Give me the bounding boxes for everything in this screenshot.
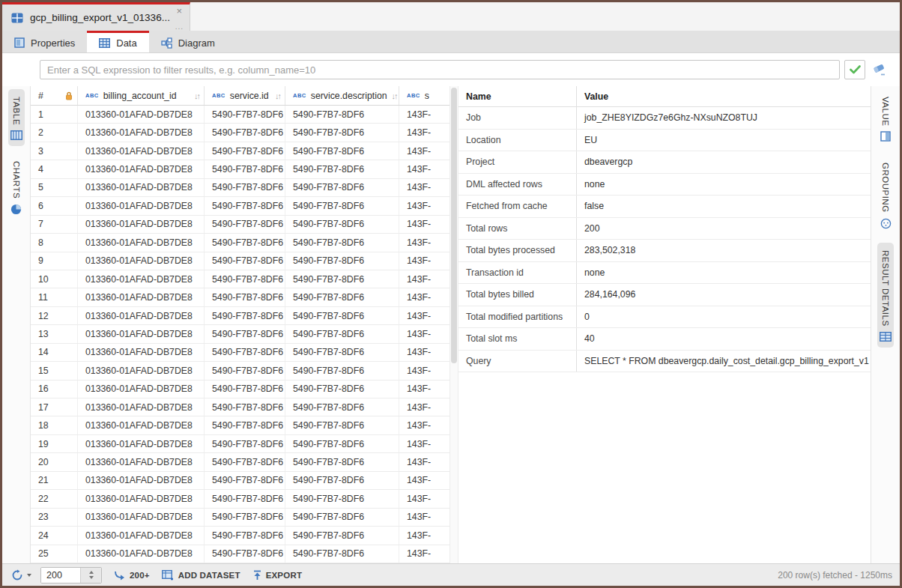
grid-cell[interactable]: 5490-F7B7-8DF6 [285,344,399,361]
grid-cell[interactable]: 5490-F7B7-8DF6 [205,325,285,342]
grid-cell[interactable]: 143F- [399,527,450,544]
tab-properties[interactable]: Properties [2,31,87,52]
grid-cell[interactable]: 143F- [399,106,450,123]
grid-cell[interactable]: 013360-01AFAD-DB7DE8 [78,216,205,233]
table-row[interactable]: 9013360-01AFAD-DB7DE85490-F7B7-8DF65490-… [31,252,450,270]
details-row[interactable]: Transaction idnone [458,262,871,285]
grid-cell[interactable]: 5490-F7B7-8DF6 [205,509,285,526]
grid-cell[interactable]: 8 [31,234,78,251]
grid-cell[interactable]: 013360-01AFAD-DB7DE8 [78,325,205,342]
grid-cell[interactable]: 22 [31,490,78,507]
grid-cell[interactable]: 5490-F7B7-8DF6 [285,509,399,526]
grid-cell[interactable]: 013360-01AFAD-DB7DE8 [78,160,205,178]
details-value-header[interactable]: Value [577,86,871,106]
export-button[interactable]: EXPORT [252,570,303,581]
grid-cell[interactable]: 5490-F7B7-8DF6 [285,216,399,233]
grid-cell[interactable]: 18 [31,416,78,434]
grid-cell[interactable]: 5490-F7B7-8DF6 [205,106,285,123]
grid-cell[interactable]: 5490-F7B7-8DF6 [205,160,285,178]
table-row[interactable]: 19013360-01AFAD-DB7DE85490-F7B7-8DF65490… [31,435,450,453]
grid-cell[interactable]: 013360-01AFAD-DB7DE8 [78,344,205,361]
column-header-service-id[interactable]: ABC service.id ↓↑ [205,86,285,105]
grid-cell[interactable]: 5490-F7B7-8DF6 [285,362,399,379]
stepper-down-icon[interactable] [89,576,94,579]
grid-cell[interactable]: 9 [31,252,78,270]
grid-cell[interactable]: 5490-F7B7-8DF6 [205,252,285,270]
grid-cell[interactable]: 5490-F7B7-8DF6 [205,453,285,470]
table-row[interactable]: 6013360-01AFAD-DB7DE85490-F7B7-8DF65490-… [31,197,450,215]
grid-cell[interactable]: 5490-F7B7-8DF6 [285,416,399,434]
grid-cell[interactable]: 5490-F7B7-8DF6 [285,490,399,507]
grid-cell[interactable]: 143F- [399,362,450,379]
table-row[interactable]: 10013360-01AFAD-DB7DE85490-F7B7-8DF65490… [31,270,450,288]
grid-cell[interactable]: 143F- [399,344,450,361]
table-row[interactable]: 5013360-01AFAD-DB7DE85490-F7B7-8DF65490-… [31,179,450,197]
table-row[interactable]: 8013360-01AFAD-DB7DE85490-F7B7-8DF65490-… [31,234,450,252]
grid-cell[interactable]: 5490-F7B7-8DF6 [205,270,285,288]
grid-cell[interactable]: 013360-01AFAD-DB7DE8 [78,490,205,507]
grid-cell[interactable]: 013360-01AFAD-DB7DE8 [78,472,205,489]
table-row[interactable]: 22013360-01AFAD-DB7DE85490-F7B7-8DF65490… [31,490,450,508]
sort-icon[interactable]: ↓↑ [194,91,199,100]
grid-cell[interactable]: 013360-01AFAD-DB7DE8 [78,509,205,526]
grid-cell[interactable]: 143F- [399,142,450,160]
grid-cell[interactable]: 013360-01AFAD-DB7DE8 [78,545,205,563]
sort-icon[interactable]: ↓↑ [392,91,397,100]
grid-cell[interactable]: 143F- [399,398,450,416]
clear-filter-button[interactable] [870,60,889,79]
details-row-value[interactable]: dbeavergcp [577,151,871,173]
scrollbar-thumb[interactable] [451,88,457,363]
grid-cell[interactable]: 15 [31,362,78,379]
grid-cell[interactable]: 5490-F7B7-8DF6 [285,545,399,563]
grid-cell[interactable]: 5490-F7B7-8DF6 [205,416,285,434]
table-row[interactable]: 2013360-01AFAD-DB7DE85490-F7B7-8DF65490-… [31,124,450,142]
grid-cell[interactable]: 143F- [399,160,450,178]
grid-cell[interactable]: 013360-01AFAD-DB7DE8 [78,398,205,416]
grid-cell[interactable]: 5490-F7B7-8DF6 [205,381,285,398]
table-row[interactable]: 20013360-01AFAD-DB7DE85490-F7B7-8DF65490… [31,453,450,471]
details-row[interactable]: Jobjob_ZHE8YIZDGz7e6Ghz-NXsuNZO8TUJ [458,107,871,130]
grid-cell[interactable]: 143F- [399,288,450,306]
grid-cell[interactable]: 12 [31,307,78,324]
details-row[interactable]: QuerySELECT * FROM dbeavergcp.daily_cost… [458,351,871,373]
row-number-header[interactable]: # [31,86,78,105]
grid-cell[interactable]: 5490-F7B7-8DF6 [205,545,285,563]
stepper-up-icon[interactable] [89,571,94,574]
grid-cell[interactable]: 5490-F7B7-8DF6 [205,307,285,324]
grid-cell[interactable]: 5490-F7B7-8DF6 [285,288,399,306]
grid-cell[interactable]: 5490-F7B7-8DF6 [285,252,399,270]
stepper-buttons[interactable] [80,568,101,583]
add-dataset-button[interactable]: ADD DATASET [162,570,240,581]
details-row[interactable]: Total bytes processed283,502,318 [458,240,871,262]
grid-cell[interactable]: 5490-F7B7-8DF6 [285,472,399,489]
table-row[interactable]: 4013360-01AFAD-DB7DE85490-F7B7-8DF65490-… [31,160,450,178]
grid-cell[interactable]: 7 [31,216,78,233]
details-row[interactable]: Projectdbeavergcp [458,151,871,174]
grid-cell[interactable]: 23 [31,509,78,526]
column-header-service-description[interactable]: ABC service.description ↓↑ [285,86,399,105]
sort-icon[interactable]: ↓↑ [275,91,280,100]
apply-filter-button[interactable] [844,60,865,79]
grid-cell[interactable]: 5490-F7B7-8DF6 [285,527,399,544]
grid-cell[interactable]: 17 [31,398,78,416]
column-header-truncated[interactable]: ABC s [399,86,450,105]
grid-cell[interactable]: 013360-01AFAD-DB7DE8 [78,527,205,544]
table-row[interactable]: 23013360-01AFAD-DB7DE85490-F7B7-8DF65490… [31,509,450,527]
table-row[interactable]: 7013360-01AFAD-DB7DE85490-F7B7-8DF65490-… [31,216,450,234]
grid-cell[interactable]: 5490-F7B7-8DF6 [285,381,399,398]
tab-result-details[interactable]: RESULT DETAILS [877,243,894,348]
table-row[interactable]: 24013360-01AFAD-DB7DE85490-F7B7-8DF65490… [31,527,450,545]
grid-cell[interactable]: 013360-01AFAD-DB7DE8 [78,307,205,324]
grid-cell[interactable]: 143F- [399,509,450,526]
grid-cell[interactable]: 013360-01AFAD-DB7DE8 [78,270,205,288]
grid-cell[interactable]: 5490-F7B7-8DF6 [205,527,285,544]
grid-cell[interactable]: 013360-01AFAD-DB7DE8 [78,453,205,470]
grid-cell[interactable]: 5490-F7B7-8DF6 [205,197,285,214]
table-row[interactable]: 11013360-01AFAD-DB7DE85490-F7B7-8DF65490… [31,288,450,306]
grid-cell[interactable]: 5490-F7B7-8DF6 [285,142,399,160]
table-row[interactable]: 13013360-01AFAD-DB7DE85490-F7B7-8DF65490… [31,325,450,343]
details-row-value[interactable]: none [577,174,871,196]
grid-cell[interactable]: 19 [31,435,78,452]
grid-cell[interactable]: 5490-F7B7-8DF6 [285,160,399,178]
grid-cell[interactable]: 143F- [399,416,450,434]
